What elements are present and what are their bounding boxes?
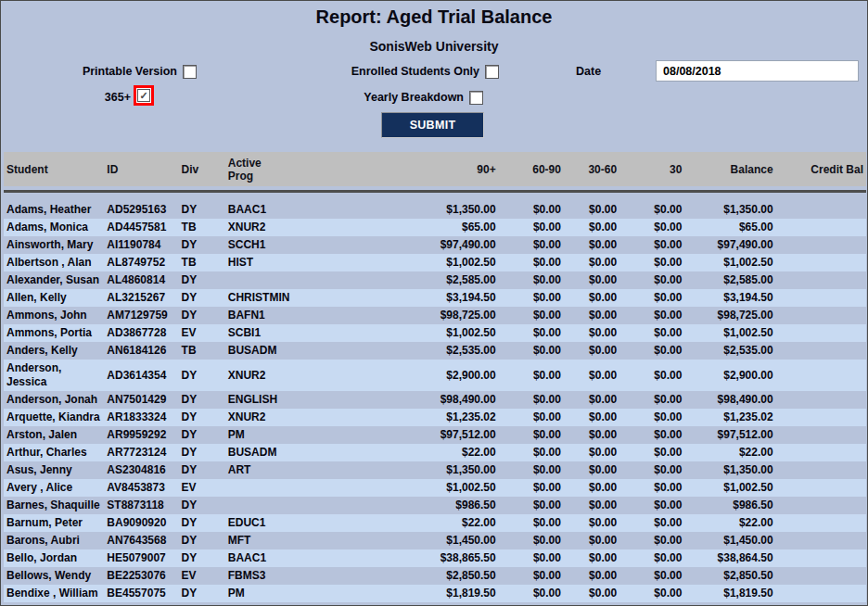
credit-bal-cell	[776, 479, 866, 497]
aging-30-cell: $0.00	[619, 426, 684, 444]
table-row: Bendixe , William BE4557075 DY PM $1,819…	[4, 585, 866, 602]
enrolled-students-only-checkbox[interactable]	[485, 65, 499, 79]
credit-bal-cell	[776, 342, 866, 360]
aging-30-cell: $0.00	[619, 271, 684, 289]
balance-cell: $22.00	[684, 514, 775, 532]
col-header-30: 30	[619, 152, 684, 186]
division-cell: EV	[179, 324, 225, 342]
table-row: Adams, Heather AD5295163 DY BAAC1 $1,350…	[4, 201, 866, 219]
aging-60-90-cell: $0.00	[499, 342, 564, 360]
table-row: Anderson, Jonah AN7501429 DY ENGLISH $98…	[4, 391, 866, 409]
aging-30-cell: $0.00	[619, 532, 684, 549]
table-row: Arston, Jalen AR9959292 DY PM $97,512.00…	[4, 426, 866, 444]
division-cell: DY	[179, 444, 225, 461]
balance-cell: $38,864.50	[684, 549, 775, 567]
aging-60-90-cell: $0.00	[499, 324, 564, 342]
aging-30-cell: $0.00	[619, 342, 684, 360]
student-name-cell: Avery , Alice	[4, 479, 104, 497]
aging-90plus-cell: $65.00	[334, 219, 499, 236]
student-id-cell: AR1833324	[104, 409, 178, 426]
aging-60-90-cell: $0.00	[499, 549, 564, 567]
student-id-cell: BE4557075	[104, 585, 178, 602]
table-row: Barnum, Peter BA9090920 DY EDUC1 $22.00 …	[4, 514, 866, 532]
table-row: Ammons, Portia AD3867728 EV SCBI1 $1,002…	[4, 324, 866, 342]
student-name-cell: Barons, Aubri	[4, 532, 104, 549]
balance-cell: $98,725.00	[684, 307, 775, 324]
table-row: Bellows, Wendy BE2253076 EV FBMS3 $2,850…	[4, 567, 866, 585]
student-name-cell: Barnes, Shaquille	[4, 497, 104, 514]
student-name-cell: Allen, Kelly	[4, 289, 104, 307]
aging-30-60-cell: $0.00	[564, 461, 619, 479]
aging-90plus-cell: $3,194.50	[334, 289, 499, 307]
aging-90plus-cell: $1,350.00	[334, 461, 499, 479]
student-id-cell: AL4860814	[104, 271, 178, 289]
balance-cell: $98,490.00	[684, 391, 775, 409]
student-id-cell: HE5079007	[104, 549, 178, 567]
365plus-label: 365+	[19, 91, 131, 104]
student-id-cell: AM7129759	[104, 307, 178, 324]
aging-90plus-cell: $97,490.00	[334, 236, 499, 254]
credit-bal-cell	[776, 271, 866, 289]
active-program-cell: PM	[225, 585, 334, 602]
active-program-cell: ART	[225, 461, 334, 479]
printable-version-checkbox[interactable]	[183, 65, 197, 79]
aging-90plus-cell: $2,585.00	[334, 271, 499, 289]
balance-cell: $65.00	[684, 219, 775, 236]
table-row: Anders, Kelly AN6184126 TB BUSADM $2,535…	[4, 342, 866, 360]
division-cell: DY	[179, 549, 225, 567]
checkmark-icon: ✓	[139, 91, 147, 100]
student-id-cell: AR9959292	[104, 426, 178, 444]
division-cell: TB	[179, 254, 225, 271]
student-name-cell: Anders, Kelly	[4, 342, 104, 360]
active-program-cell	[225, 479, 334, 497]
yearly-breakdown-label: Yearly Breakdown	[279, 91, 464, 104]
division-cell: DY	[179, 532, 225, 549]
aging-60-90-cell: $0.00	[499, 391, 564, 409]
student-name-cell: Albertson , Alan	[4, 254, 104, 271]
credit-bal-cell	[776, 254, 866, 271]
credit-bal-cell	[776, 514, 866, 532]
yearly-breakdown-checkbox[interactable]	[469, 91, 483, 105]
col-header-credit-bal: Credit Bal	[776, 152, 866, 186]
student-name-cell: Alexander, Susan	[4, 271, 104, 289]
aging-60-90-cell: $0.00	[499, 409, 564, 426]
aging-60-90-cell: $0.00	[499, 219, 564, 236]
submit-button[interactable]: SUBMIT	[381, 112, 484, 138]
aging-30-60-cell: $0.00	[564, 342, 619, 360]
aging-30-60-cell: $0.00	[564, 201, 619, 219]
aging-30-60-cell: $0.00	[564, 444, 619, 461]
col-header-60-90: 60-90	[499, 152, 564, 186]
student-name-cell: Ammons, John	[4, 307, 104, 324]
aging-30-60-cell: $0.00	[564, 307, 619, 324]
aging-90plus-cell: $98,725.00	[334, 307, 499, 324]
aging-60-90-cell: $0.00	[499, 307, 564, 324]
table-row: Asus, Jenny AS2304816 DY ART $1,350.00 $…	[4, 461, 866, 479]
aging-30-60-cell: $0.00	[564, 479, 619, 497]
active-program-cell: MFT	[225, 532, 334, 549]
365plus-checkbox[interactable]: ✓	[137, 89, 150, 102]
date-input[interactable]	[656, 60, 859, 82]
student-id-cell: AN6184126	[104, 342, 178, 360]
division-cell: TB	[179, 342, 225, 360]
aging-30-60-cell: $0.00	[564, 360, 619, 391]
col-header-student: Student	[4, 152, 104, 186]
aging-30-cell: $0.00	[619, 585, 684, 602]
aging-60-90-cell: $0.00	[499, 271, 564, 289]
aging-30-cell: $0.00	[619, 391, 684, 409]
table-row: Alexander, Susan AL4860814 DY $2,585.00 …	[4, 271, 866, 289]
table-row: Barons, Aubri AN7643568 DY MFT $1,450.00…	[4, 532, 866, 549]
aging-90plus-cell: $1,002.50	[334, 479, 499, 497]
credit-bal-cell	[776, 532, 866, 549]
credit-bal-cell	[776, 391, 866, 409]
student-id-cell: AR7723124	[104, 444, 178, 461]
aging-30-60-cell: $0.00	[564, 497, 619, 514]
aging-30-cell: $0.00	[619, 409, 684, 426]
student-id-cell: AN7501429	[104, 391, 178, 409]
active-program-cell: HIST	[225, 254, 334, 271]
aging-30-60-cell: $0.00	[564, 409, 619, 426]
credit-bal-cell	[776, 567, 866, 585]
division-cell: DY	[179, 201, 225, 219]
student-name-cell: Anderson, Jonah	[4, 391, 104, 409]
active-program-cell	[225, 271, 334, 289]
active-program-cell: BAAC1	[225, 201, 334, 219]
